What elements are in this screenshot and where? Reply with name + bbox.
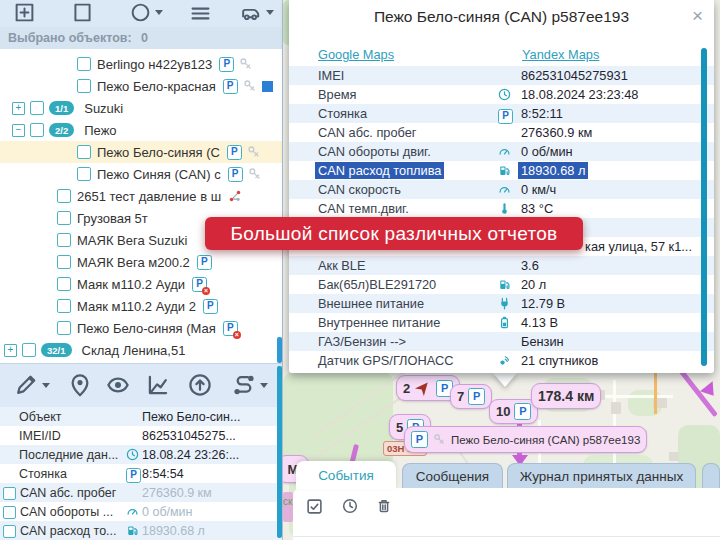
popup-row-label: CAN скорость	[318, 182, 401, 197]
popup-row-value: 18.08.2024 23:23:48	[521, 87, 638, 102]
tab-messages[interactable]: Сообщения	[402, 463, 503, 489]
gauge-icon	[498, 183, 511, 196]
square-tool-icon[interactable]	[72, 2, 93, 23]
vehicle-direction-icon	[414, 379, 432, 397]
tree-item-label: Пежо Синяя (CAN) с	[97, 167, 221, 182]
popup-row-10: Акк BLE3.6	[289, 256, 714, 275]
tree-checkbox[interactable]	[57, 277, 71, 291]
actions-toolbar	[0, 363, 282, 408]
tree-item-berlingo-н422ув123[interactable]: Berlingo н422ув123P	[0, 53, 282, 75]
detail-value: 862531045275...	[142, 429, 236, 443]
group-count-badge: 32/1	[41, 343, 72, 357]
tree-item-icons: P	[203, 299, 218, 314]
key-icon	[248, 167, 262, 181]
tree-item-suzuki[interactable]: +1/1Suzuki	[0, 97, 282, 119]
route-icon[interactable]	[232, 373, 256, 397]
popup-row-4: CAN обороты двиг.0 об/мин	[289, 142, 714, 161]
edit-icon[interactable]	[14, 373, 38, 397]
tree-checkbox[interactable]	[57, 321, 71, 335]
popup-row-label: Датчик GPS/ГЛОНАСС	[318, 353, 453, 368]
tree-checkbox[interactable]	[77, 79, 91, 93]
chart-icon[interactable]	[146, 373, 170, 397]
popup-row-label: Внутреннее питание	[318, 315, 440, 330]
popup-row-label: CAN абс. пробег	[318, 125, 417, 140]
detail-scrollbar[interactable]	[277, 366, 282, 538]
popup-row-label: CAN обороты двиг.	[318, 144, 431, 159]
visibility-icon[interactable]	[106, 373, 130, 397]
expand-icon[interactable]: +	[12, 102, 25, 115]
parking-icon: P	[498, 109, 513, 124]
list-view-icon[interactable]	[190, 3, 211, 24]
tree-item-пежо-бело-красная[interactable]: Пежо Бело-краснаяP	[0, 75, 282, 97]
fuel-icon	[498, 164, 511, 177]
tree-item-маяк-м110-2-ауди[interactable]: Маяк м110.2 АудиP×	[0, 273, 282, 295]
detail-row-6: CAN расход то...18930.68 л	[0, 521, 282, 540]
gauge-icon	[498, 145, 511, 158]
sensor-checkbox[interactable]	[3, 525, 16, 538]
avito-text: Avito	[652, 492, 720, 528]
select-all-icon[interactable]	[306, 498, 323, 515]
tree-item-2651-тест-давление-в-ш[interactable]: 2651 тест давление в ш	[0, 185, 282, 207]
parking-icon: P	[126, 467, 141, 483]
tab-data-log[interactable]: Журнал принятых данных	[507, 463, 696, 489]
route-caret-icon[interactable]	[260, 383, 268, 388]
circle-tool-icon[interactable]	[130, 2, 151, 23]
sensor-checkbox[interactable]	[3, 506, 16, 519]
map-decoration	[669, 452, 679, 461]
history-icon[interactable]	[342, 498, 358, 514]
tree-checkbox[interactable]	[57, 299, 71, 313]
popup-row-value: 83 °C	[521, 201, 553, 216]
tree-item-маяк-м110-2-ауди-2[interactable]: Маяк м110.2 Ауди 2P	[0, 295, 282, 317]
circle-caret-icon[interactable]	[155, 10, 163, 15]
expand-icon[interactable]: +	[4, 344, 17, 357]
tree-item-пежо-бело-синяя-мая[interactable]: Пежо Бело-синяя (МаяP×	[0, 317, 282, 339]
tree-checkbox[interactable]	[22, 343, 36, 357]
tree-checkbox[interactable]	[30, 123, 44, 137]
collapse-icon[interactable]: −	[12, 124, 25, 137]
tree-checkbox[interactable]	[77, 167, 91, 181]
close-icon[interactable]: ×	[692, 6, 703, 25]
map-marker-7[interactable]: 7P	[450, 384, 492, 409]
tree-checkbox[interactable]	[77, 57, 91, 71]
parking-icon: P	[498, 107, 513, 124]
tree-item-пежо[interactable]: −2/2Пежо	[0, 119, 282, 141]
tree-checkbox[interactable]	[57, 255, 71, 269]
yandex-maps-link[interactable]: Yandex Maps	[522, 47, 599, 62]
tree-item-пежо-синяя-can-с[interactable]: Пежо Синяя (CAN) сP	[0, 163, 282, 185]
selected-objects-bar: Выбрано объектов: 0	[0, 27, 282, 49]
vehicle-caret-icon[interactable]	[266, 10, 274, 15]
sensor-checkbox[interactable]	[3, 487, 16, 500]
vehicle-filter-icon[interactable]	[240, 2, 261, 23]
tree-item-пежо-бело-синяя-с[interactable]: Пежо Бело-синяя (СP	[0, 141, 282, 163]
popup-scrollbar[interactable]	[701, 48, 707, 366]
delete-icon[interactable]	[376, 498, 392, 514]
google-maps-link[interactable]: Google Maps	[318, 47, 394, 62]
popup-row-value: 18930.68 л	[518, 162, 588, 179]
distance-badge[interactable]: 178.4 км	[531, 383, 601, 409]
sat-icon	[498, 354, 511, 367]
parking-icon: P	[219, 57, 234, 72]
tree-checkbox[interactable]	[30, 101, 44, 115]
tree-item-склад-ленина-51[interactable]: +32/1Склад Ленина,51	[0, 339, 282, 361]
popup-title: Пежо Бело-синяя (CAN) p587ee193	[289, 8, 714, 26]
popup-row-1: Время18.08.2024 23:23:48	[289, 85, 714, 104]
parking-off-icon: P×	[192, 277, 207, 292]
edit-caret-icon[interactable]	[42, 383, 50, 388]
upload-icon[interactable]	[188, 373, 212, 397]
tree-checkbox[interactable]	[57, 189, 71, 203]
add-object-icon[interactable]	[14, 2, 35, 23]
popup-row-label: Внешнее питание	[318, 296, 424, 311]
location-icon[interactable]	[68, 373, 92, 397]
tree-scrollbar[interactable]	[277, 337, 282, 363]
tab-partial[interactable]	[702, 463, 720, 489]
tree-checkbox[interactable]	[77, 145, 91, 159]
tree-checkbox[interactable]	[57, 211, 71, 225]
popup-row-value: 0 об/мин	[521, 144, 573, 159]
popup-row-0: IMEI862531045275931	[289, 66, 714, 85]
tree-checkbox[interactable]	[57, 233, 71, 247]
vehicle-name-badge[interactable]: PПежо Бело-синяя (CAN) p587ee193	[404, 426, 647, 453]
tree-item-маяк-вега-м200-2[interactable]: МАЯК Вега м200.2P	[0, 251, 282, 273]
tab-events[interactable]: События	[296, 461, 396, 489]
tree-item-icons: P	[223, 79, 273, 94]
plug-icon	[498, 297, 511, 310]
